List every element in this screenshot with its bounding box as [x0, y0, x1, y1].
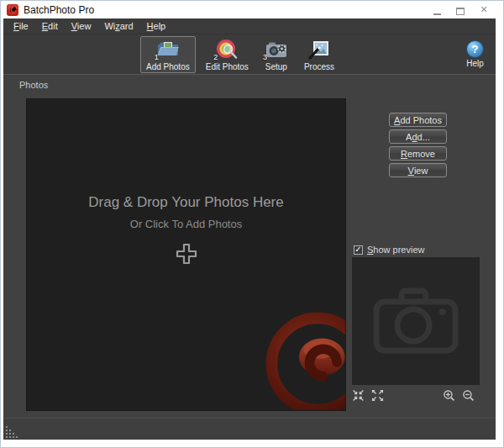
- label-pre: Wi: [104, 21, 115, 31]
- label-key: E: [42, 21, 48, 31]
- step-badge: 3: [263, 53, 267, 61]
- fit-to-window-icon[interactable]: [352, 389, 365, 402]
- toolbar-item-label: Edit Photos: [206, 62, 249, 71]
- label-key: A: [394, 115, 400, 125]
- photo-actions: Add Photos Add... Remove View: [389, 113, 447, 177]
- photos-panel: Photos Drag & Drop Your Photos Here Or C…: [3, 75, 496, 418]
- actual-size-icon[interactable]: [371, 389, 384, 402]
- photos-panel-label: Photos: [19, 80, 48, 90]
- preview-toolbar: [352, 387, 480, 403]
- minimize-icon: [433, 8, 441, 15]
- toolbar-help[interactable]: ? Help: [466, 40, 484, 68]
- menu-edit[interactable]: Edit: [35, 19, 65, 33]
- zoom-out-icon[interactable]: [462, 389, 475, 402]
- checkbox-icon[interactable]: ✓: [354, 245, 363, 255]
- menu-file[interactable]: File: [7, 19, 35, 33]
- step-badge: 1: [155, 53, 159, 61]
- maximize-icon: [456, 8, 465, 15]
- process-icon: [307, 39, 331, 61]
- menu-help[interactable]: Help: [140, 19, 173, 33]
- label-post: dd Photos: [400, 115, 442, 125]
- label-key: V: [408, 166, 414, 176]
- titlebar: BatchPhoto Pro ✕: [1, 1, 503, 18]
- toolbar-add-photos[interactable]: 1 Add Photos: [140, 36, 196, 73]
- view-button[interactable]: View: [389, 163, 447, 177]
- menu-wizard[interactable]: Wizard: [97, 19, 139, 33]
- label-post: ard: [120, 21, 134, 31]
- statusbar: [3, 418, 496, 440]
- add-plus-icon: [176, 243, 197, 268]
- close-button[interactable]: ✕: [478, 5, 490, 15]
- show-preview-checkbox[interactable]: ✓ Show preview: [354, 245, 424, 255]
- label-key: V: [71, 21, 77, 31]
- window-controls: ✕: [431, 5, 503, 15]
- remove-button[interactable]: Remove: [389, 146, 447, 161]
- label-key: H: [147, 21, 154, 31]
- setup-icon: 3: [265, 39, 288, 61]
- help-label: Help: [466, 59, 484, 68]
- toolbar-edit-photos[interactable]: 2 Edit Photos: [200, 36, 255, 73]
- dropzone-subtitle: Or Click To Add Photos: [130, 218, 242, 230]
- menubar: File Edit View Wizard Help: [3, 18, 496, 34]
- toolbar-process[interactable]: Process: [298, 36, 340, 73]
- label-pre: A: [406, 132, 412, 142]
- camera-placeholder-icon: [365, 279, 467, 363]
- toolbar: 1 Add Photos 2: [3, 34, 496, 75]
- label-post: emove: [407, 149, 435, 159]
- maximize-button[interactable]: [454, 5, 466, 15]
- label-post: elp: [154, 21, 166, 31]
- app-logo-icon: [7, 4, 18, 16]
- help-icon: ?: [466, 40, 484, 58]
- label-key: F: [13, 21, 19, 31]
- zoom-in-icon[interactable]: [443, 389, 455, 402]
- menu-view[interactable]: View: [65, 19, 98, 33]
- label-post: ile: [19, 21, 29, 31]
- label-key: R: [401, 149, 407, 159]
- photo-dropzone[interactable]: Drag & Drop Your Photos Here Or Click To…: [26, 98, 346, 411]
- dropzone-title: Drag & Drop Your Photos Here: [88, 194, 283, 211]
- add-photos-button[interactable]: Add Photos: [389, 113, 447, 127]
- label-post: iew: [77, 21, 92, 31]
- window-title: BatchPhoto Pro: [24, 4, 94, 16]
- resize-grip-icon[interactable]: [5, 425, 18, 439]
- label-post: d...: [417, 132, 430, 142]
- batchphoto-watermark-icon: [265, 311, 346, 411]
- toolbar-setup[interactable]: 3 Setup: [259, 36, 294, 73]
- label-post: dit: [48, 21, 58, 31]
- client-area: File Edit View Wizard Help: [3, 18, 496, 440]
- toolbar-item-label: Setup: [265, 62, 287, 71]
- label-post: how preview: [373, 245, 424, 255]
- checkmark-icon: ✓: [354, 245, 361, 254]
- close-icon: ✕: [480, 5, 487, 15]
- add-button[interactable]: Add...: [389, 129, 447, 144]
- toolbar-item-label: Process: [304, 62, 334, 71]
- minimize-button[interactable]: [431, 5, 443, 15]
- add-photos-icon: 1: [156, 39, 180, 61]
- app-window: BatchPhoto Pro ✕ File Edit View Wizard H…: [0, 0, 504, 448]
- step-badge: 2: [213, 53, 218, 61]
- toolbar-steps: 1 Add Photos 2: [140, 36, 340, 73]
- edit-photos-icon: 2: [215, 39, 239, 61]
- checkbox-label: Show preview: [367, 245, 424, 255]
- toolbar-item-label: Add Photos: [146, 62, 190, 71]
- preview-pane: [352, 257, 480, 385]
- label-post: iew: [414, 166, 428, 176]
